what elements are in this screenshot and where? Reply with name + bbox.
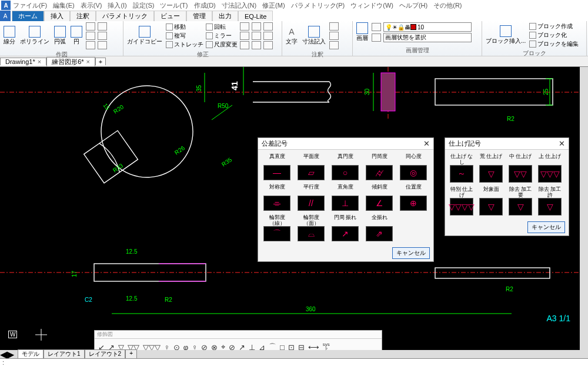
mod-mic-7[interactable] — [240, 41, 249, 49]
menu-parametric[interactable]: パラメトリック(P) — [291, 1, 345, 10]
sym-profile-surface[interactable]: 輪郭度 （面）⌓ — [296, 214, 326, 241]
tool-small-3[interactable] — [86, 32, 95, 40]
tool-dimension[interactable]: 寸法記入 — [301, 26, 327, 46]
sym-symmetry[interactable]: 対称度⌯ — [262, 184, 292, 211]
menu-modify[interactable]: 修正(M) — [262, 1, 285, 10]
tool-block-insert[interactable]: ブロック挿入... — [485, 25, 527, 45]
menu-other[interactable]: その他(R) — [433, 1, 462, 10]
toolbar-title[interactable]: 修飾図 — [95, 331, 382, 339]
tool-block-edit[interactable]: ブロックを編集 — [529, 40, 579, 48]
menu-file[interactable]: ファイル(F) — [13, 1, 47, 10]
ribbon-tab-output[interactable]: 出力 — [212, 11, 238, 21]
layout-tab-model[interactable]: モデル — [18, 349, 44, 358]
tool-small-6[interactable] — [98, 41, 107, 49]
tool-rotate[interactable]: 回転 — [206, 23, 238, 31]
sym-position[interactable]: 位置度⊕ — [398, 184, 429, 211]
tool-copy[interactable]: 複写 — [166, 32, 203, 40]
mod-mic-5[interactable] — [252, 32, 261, 40]
command-line[interactable]: : — [0, 358, 588, 367]
sym-angularity[interactable]: 傾斜度∠ — [364, 184, 395, 211]
fin-remove-allow[interactable]: 除去 加工許▽ — [537, 186, 563, 216]
dialog-titlebar[interactable]: 公差記号 ✕ — [258, 138, 433, 150]
layer-combo[interactable]: 💡 ☀ 🔒 🖶 10 — [383, 22, 472, 32]
sym-cylindricity[interactable]: 円筒度⌭ — [364, 153, 395, 180]
tool-stretch[interactable]: ストレッチ — [166, 41, 203, 49]
close-icon[interactable]: × — [38, 58, 41, 65]
sym-total-runout[interactable]: 全振れ⇗ — [364, 214, 395, 241]
sym-circular-runout[interactable]: 円周 振れ↗ — [330, 214, 360, 241]
dialog-titlebar[interactable]: 仕上げ記号 ✕ — [445, 138, 569, 150]
tool-guide-copy[interactable]: ガイドコピー — [126, 26, 163, 46]
tool-polyline[interactable]: ポリライン — [19, 26, 51, 46]
app-menu-button[interactable]: A — [0, 11, 11, 21]
fin-rough[interactable]: 荒 仕上げ▽ — [478, 153, 504, 183]
tool-arc[interactable]: 円弧 — [53, 26, 67, 46]
tool-line[interactable]: 線分 — [2, 26, 16, 46]
sym-straightness[interactable]: 真直度— — [262, 153, 292, 180]
menu-edit[interactable]: 編集(E) — [53, 1, 75, 10]
tool-small-5[interactable] — [86, 41, 95, 49]
layer-state-combo[interactable]: 画層状態を選択 — [383, 33, 472, 42]
ribbon-tab-home[interactable]: ホーム — [12, 11, 44, 21]
menu-dimension[interactable]: 寸法記入(N) — [222, 1, 256, 10]
fin-special[interactable]: 特別 仕上げ▽▽▽▽ — [449, 186, 475, 216]
mod-mic-2[interactable] — [252, 22, 261, 31]
menu-help[interactable]: ヘルプ(H) — [399, 1, 427, 10]
sym-profile-line[interactable]: 輪郭度 （線）⌒ — [262, 214, 292, 241]
mod-mic-8[interactable] — [252, 41, 261, 49]
mod-mic-9[interactable] — [263, 41, 273, 49]
mod-mic-1[interactable] — [240, 22, 249, 31]
ribbon-tab-insert[interactable]: 挿入 — [44, 11, 70, 21]
mod-mic-6[interactable] — [263, 32, 273, 40]
layer-mic-1[interactable] — [372, 23, 381, 31]
layout-tab-1[interactable]: レイアウト1 — [44, 349, 85, 358]
menu-window[interactable]: ウィンドウ(W) — [350, 1, 393, 10]
tool-block-make[interactable]: ブロック化 — [529, 31, 579, 39]
tool-circle[interactable]: 円 — [69, 26, 83, 46]
sym-concentricity[interactable]: 同心度◎ — [398, 153, 429, 180]
menu-view[interactable]: 表示(V) — [81, 1, 102, 10]
fin-medium[interactable]: 中 仕上げ▽▽ — [507, 153, 533, 183]
ribbon-tab-parametric[interactable]: パラメトリック — [96, 11, 154, 21]
tool-move[interactable]: 移動 — [166, 23, 203, 31]
tool-small-4[interactable] — [98, 32, 107, 40]
tool-text[interactable]: A文字 — [285, 26, 299, 46]
annot-mic-3[interactable] — [329, 41, 339, 49]
sym-flatness[interactable]: 平面度▱ — [296, 153, 326, 180]
layer-mic-2[interactable] — [372, 33, 381, 42]
annot-mic-2[interactable] — [329, 32, 339, 40]
cancel-button[interactable]: キャンセル — [527, 221, 565, 233]
ribbon-tab-annotate[interactable]: 注釈 — [70, 11, 96, 21]
drawing-canvas[interactable]: 25 30 35 41 R50 R26 R20 R33 R35 15 R2 36… — [0, 67, 588, 358]
fin-remove-req[interactable]: 除去 加工要▽ — [507, 186, 533, 216]
layout-tab-add[interactable]: + — [125, 349, 137, 358]
fin-target[interactable]: 対象面▽ — [478, 186, 504, 216]
tool-mirror[interactable]: ミラー — [206, 32, 238, 40]
tool-small-2[interactable] — [98, 22, 107, 31]
tool-block-create[interactable]: ブロック作成 — [529, 22, 579, 31]
menu-create[interactable]: 作成(D) — [194, 1, 216, 10]
mod-mic-3[interactable] — [263, 22, 273, 31]
ribbon-tab-view[interactable]: ビュー — [154, 11, 186, 21]
horizontal-scrollbar[interactable]: ◀ ▶ モデル レイアウト1 レイアウト2 + — [0, 350, 588, 358]
sym-parallelism[interactable]: 平行度// — [296, 184, 326, 211]
ribbon-tab-eqlite[interactable]: EQ-Lite — [238, 11, 273, 21]
menu-settings[interactable]: 設定(S) — [133, 1, 155, 10]
mod-mic-4[interactable] — [240, 32, 249, 40]
close-icon[interactable]: × — [86, 58, 90, 65]
fin-fine[interactable]: 上 仕上げ▽▽▽ — [537, 153, 563, 183]
tool-layer-props[interactable]: 画層 — [355, 22, 369, 42]
sym-roundness[interactable]: 真円度○ — [330, 153, 360, 180]
layout-tab-2[interactable]: レイアウト2 — [85, 349, 126, 358]
vertical-scrollbar[interactable] — [580, 67, 588, 358]
annot-mic-1[interactable] — [329, 22, 339, 31]
menu-tools[interactable]: ツール(T) — [160, 1, 188, 10]
fin-none[interactable]: 仕上げ なし～ — [449, 153, 475, 183]
close-icon[interactable]: ✕ — [559, 139, 565, 148]
cancel-button[interactable]: キャンセル — [392, 247, 430, 259]
scroll-right-icon[interactable]: ▶ — [7, 349, 14, 359]
menu-insert[interactable]: 挿入(I) — [108, 1, 126, 10]
close-icon[interactable]: ✕ — [423, 139, 430, 148]
sym-perpendicular[interactable]: 直角度⊥ — [330, 184, 360, 211]
tool-small-1[interactable] — [86, 22, 95, 31]
